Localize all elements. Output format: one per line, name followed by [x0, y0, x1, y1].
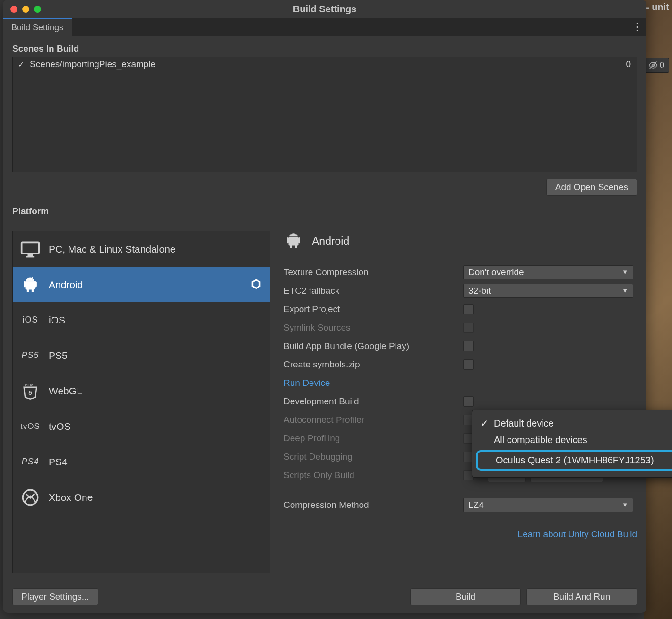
background-toolbar: 0 [644, 58, 669, 73]
chevron-down-icon: ▼ [622, 287, 628, 294]
dropdown-value: 32-bit [468, 286, 491, 296]
ios-icon: iOS [19, 309, 41, 331]
popup-item-label: Default device [494, 418, 554, 429]
tabbar: Build Settings ⋮ [3, 18, 646, 36]
platform-list: PC, Mac & Linux Standalone Android iOS i… [12, 231, 270, 573]
background-scene [644, 0, 672, 619]
add-open-scenes-button[interactable]: Add Open Scenes [546, 179, 637, 196]
autoconnect-profiler-label: Autoconnect Profiler [284, 415, 463, 425]
eye-slash-icon [648, 61, 658, 70]
platform-heading: Platform [12, 206, 637, 217]
platform-item-android[interactable]: Android [13, 267, 270, 302]
ps5-icon: PS5 [19, 345, 41, 366]
build-app-bundle-checkbox[interactable] [463, 341, 474, 351]
chevron-down-icon: ▼ [622, 501, 628, 508]
check-icon: ✓ [481, 418, 489, 429]
svg-rect-3 [28, 254, 33, 256]
ps4-icon: PS4 [19, 451, 41, 473]
platform-item-ps5[interactable]: PS5 PS5 [13, 338, 270, 373]
texture-compression-label: Texture Compression [284, 267, 463, 278]
settings-header-label: Android [312, 235, 349, 248]
run-device-popup: ✓ Default device All compatible devices … [472, 410, 672, 478]
html5-icon: HTML5 [19, 380, 41, 402]
background-toolbar-count: 0 [660, 61, 664, 70]
texture-compression-dropdown[interactable]: Don't override ▼ [463, 265, 633, 279]
create-symbols-checkbox[interactable] [463, 359, 474, 370]
scene-path: Scenes/importingPies_example [30, 59, 155, 70]
popup-item-oculus-quest-2[interactable]: Oculus Quest 2 (1WMHH86FYJ1253) [476, 450, 672, 471]
development-build-label: Development Build [284, 396, 463, 407]
platform-item-xboxone[interactable]: Xbox One [13, 480, 270, 515]
build-button[interactable]: Build [410, 588, 521, 605]
create-symbols-label: Create symbols.zip [284, 359, 463, 370]
platform-label: Xbox One [49, 492, 93, 503]
etc2-fallback-label: ETC2 fallback [284, 286, 463, 296]
development-build-checkbox[interactable] [463, 396, 474, 407]
svg-point-11 [295, 235, 296, 235]
compression-method-dropdown[interactable]: LZ4 ▼ [463, 498, 633, 512]
svg-rect-4 [26, 256, 34, 257]
svg-rect-2 [22, 242, 39, 253]
build-settings-window: Build Settings Build Settings ⋮ Scenes I… [3, 0, 646, 613]
footer: Player Settings... Build Build And Run [3, 581, 646, 613]
platform-item-tvos[interactable]: tvOS tvOS [13, 409, 270, 444]
symlink-sources-checkbox [463, 323, 474, 333]
popup-item-label: All compatible devices [494, 435, 587, 445]
symlink-sources-label: Symlink Sources [284, 323, 463, 333]
scenes-heading: Scenes In Build [12, 44, 637, 54]
scenes-list[interactable]: ✓ Scenes/importingPies_example 0 [12, 57, 637, 172]
popup-item-label: Oculus Quest 2 (1WMHH86FYJ1253) [496, 455, 654, 466]
svg-point-10 [291, 235, 292, 235]
checkbox-checked-icon[interactable]: ✓ [17, 60, 25, 69]
platform-item-ios[interactable]: iOS iOS [13, 302, 270, 338]
platform-label: PS4 [49, 456, 68, 468]
svg-point-5 [28, 279, 29, 279]
learn-cloud-build-link[interactable]: Learn about Unity Cloud Build [284, 529, 637, 540]
kebab-menu-icon[interactable]: ⋮ [628, 18, 646, 36]
chevron-down-icon: ▼ [622, 269, 628, 276]
popup-item-default-device[interactable]: ✓ Default device [472, 415, 672, 432]
scripts-only-build-label: Scripts Only Build [284, 470, 463, 480]
platform-label: tvOS [49, 421, 71, 432]
export-project-label: Export Project [284, 304, 463, 314]
build-app-bundle-label: Build App Bundle (Google Play) [284, 341, 463, 351]
dropdown-value: LZ4 [468, 500, 484, 510]
android-icon [19, 274, 41, 296]
tvos-icon: tvOS [19, 416, 41, 437]
xbox-icon [19, 487, 41, 508]
window-title: Build Settings [293, 4, 356, 15]
scene-row[interactable]: ✓ Scenes/importingPies_example 0 [17, 59, 633, 70]
platform-item-ps4[interactable]: PS4 PS4 [13, 444, 270, 480]
svg-text:5: 5 [28, 389, 32, 396]
player-settings-button[interactable]: Player Settings... [12, 588, 98, 605]
platform-label: PC, Mac & Linux Standalone [49, 244, 176, 255]
platform-item-standalone[interactable]: PC, Mac & Linux Standalone [13, 231, 270, 267]
platform-label: PS5 [49, 350, 68, 361]
tab-build-settings[interactable]: Build Settings [3, 18, 72, 36]
scene-index: 0 [626, 59, 633, 70]
monitor-icon [19, 238, 41, 260]
run-device-label: Run Device [284, 378, 463, 388]
close-icon[interactable] [10, 6, 17, 13]
deep-profiling-label: Deep Profiling [284, 433, 463, 444]
unity-logo-icon [249, 278, 263, 292]
minimize-icon[interactable] [22, 6, 29, 13]
build-and-run-button[interactable]: Build And Run [526, 588, 637, 605]
titlebar: Build Settings [3, 0, 646, 18]
traffic-lights [10, 6, 41, 13]
platform-label: iOS [49, 314, 65, 326]
script-debugging-label: Script Debugging [284, 452, 463, 462]
platform-label: WebGL [49, 385, 82, 397]
android-icon [284, 231, 304, 252]
compression-method-label: Compression Method [284, 500, 463, 510]
export-project-checkbox[interactable] [463, 304, 474, 314]
zoom-icon[interactable] [34, 6, 41, 13]
platform-item-webgl[interactable]: HTML5 WebGL [13, 373, 270, 409]
platform-label: Android [49, 279, 83, 290]
svg-point-6 [32, 279, 33, 279]
popup-item-all-compatible[interactable]: All compatible devices [472, 432, 672, 448]
build-settings-pane: Android Texture Compression Don't overri… [284, 231, 637, 573]
etc2-fallback-dropdown[interactable]: 32-bit ▼ [463, 284, 633, 298]
dropdown-value: Don't override [468, 267, 524, 278]
